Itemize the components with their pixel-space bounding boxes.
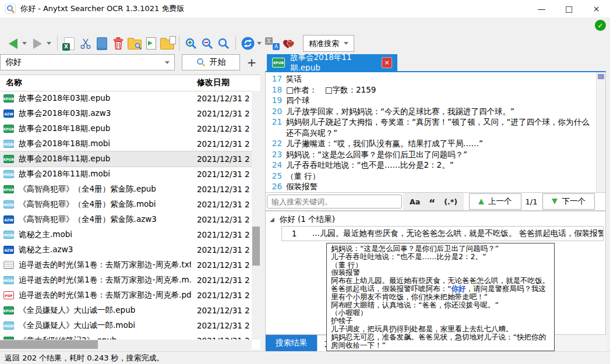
window-controls: — □ × (528, 0, 610, 17)
zoom-reset-button[interactable] (217, 35, 231, 52)
menu-item[interactable] (0, 17, 15, 33)
table-row[interactable]: MOBI 《全员嫌疑人》大山诚一郎.mobi 2021/12/31 2 (0, 318, 252, 333)
table-row[interactable]: EPUB 故事会2018年18期.epub 2021/12/31 2 (0, 121, 252, 136)
heart-icon (282, 37, 296, 50)
table-row[interactable]: EPUB 故事会2018年11期.epub 2021/12/31 2 (0, 151, 252, 167)
cut-button[interactable] (79, 35, 93, 52)
file-date: 2021/12/31 2 (197, 200, 250, 209)
delete-button[interactable] (111, 35, 125, 52)
file-type-icon: PDF (3, 291, 14, 299)
menu-item[interactable] (61, 17, 76, 33)
search-input[interactable] (1, 58, 165, 67)
file-date: 2021/12/31 2 (197, 109, 250, 118)
scrollbar-thumb[interactable] (598, 74, 604, 79)
chevron-down-icon (22, 42, 27, 45)
file-type-icon: EPUB (3, 306, 14, 314)
table-row[interactable]: EPUB 《高智商犯罪》（全4册）紫金陈.epub 2021/12/31 2 (0, 182, 252, 197)
table-row[interactable]: MOBI 故事会2018年11期.mobi 2021/12/31 2 (0, 167, 252, 182)
open-folder-button[interactable] (128, 35, 142, 52)
column-header-date[interactable]: 修改日期 (197, 77, 230, 88)
line-text: 儿子放学回家，对妈妈说：“今天的足球比赛，我踢进了四个球。” (286, 106, 596, 117)
table-row[interactable]: 追寻逝去的时光(第1卷：去斯万家那边-周克希.txt 2021/12/31 2 (0, 257, 252, 273)
minimize-button[interactable]: — (528, 0, 555, 17)
search-mode-select[interactable]: 精准搜索 (303, 35, 354, 52)
whole-word-toggle[interactable]: “ (429, 200, 435, 206)
menu-item[interactable] (15, 17, 30, 33)
tab-search-results[interactable]: 搜索结果 (266, 335, 317, 351)
refresh-button[interactable] (241, 35, 255, 52)
copy-button[interactable] (95, 35, 109, 52)
start-search-button[interactable]: 开始 (182, 54, 240, 70)
file-name: 追寻逝去的时光(第1卷：去斯万家那边-周克希.pdf (19, 290, 191, 301)
file-date: 2021/12/31 2 (197, 245, 250, 255)
table-row[interactable]: MOBI 《高智商犯罪》（全4册）紫金陈.mobi 2021/12/31 2 (0, 197, 252, 212)
forward-history-dropdown[interactable] (45, 35, 52, 52)
back-history-dropdown[interactable] (21, 35, 28, 52)
ocr-language-button[interactable]: 文 A (265, 35, 280, 52)
zoom-out-button[interactable] (200, 35, 214, 52)
scrollbar-thumb[interactable] (0, 340, 98, 349)
regex-toggle[interactable]: (.*) (444, 197, 457, 206)
menu-item[interactable] (45, 17, 61, 33)
preview-vertical-scrollbar[interactable] (596, 72, 605, 192)
table-row[interactable]: AZW 故事会2018年03期.azw3 2021/12/31 2 (0, 106, 252, 121)
table-row[interactable]: PDF 追寻逝去的时光(第1卷：去斯万家那边-周克希.pdf 2021/12/3… (0, 288, 252, 303)
tree-expander-icon[interactable]: ◢ (270, 216, 274, 222)
file-date: 2021/12/31 2 (197, 321, 250, 330)
document-tab[interactable]: EPUB 故事会2018年11期.epub × (267, 54, 397, 71)
arrow-down-icon (552, 199, 558, 204)
back-button[interactable] (6, 35, 20, 52)
result-group-label: 你好 (1 个结果) (280, 214, 335, 225)
scrollbar-thumb[interactable] (252, 227, 260, 266)
table-row[interactable]: MOBI 故事会2018年18期.mobi 2021/12/31 2 (0, 136, 252, 151)
line-number: 24 (267, 160, 286, 171)
file-date: 2021/12/31 2 (197, 185, 250, 194)
copy-file-button[interactable] (144, 35, 158, 52)
epub-file-icon: EPUB (272, 58, 285, 68)
menu-item[interactable] (30, 17, 45, 33)
status-text: 返回 202 个结果，耗时 0.243 秒，搜索完成。 (5, 353, 164, 363)
scissors-icon (80, 38, 91, 50)
search-combobox[interactable] (0, 54, 175, 70)
move-file-button[interactable] (160, 35, 174, 52)
result-group-header[interactable]: ◢ 你好 (1 个结果) (266, 212, 605, 227)
export-excel-button[interactable]: X (62, 35, 76, 52)
previous-match-button[interactable]: 上一个 (469, 193, 521, 210)
file-type-icon: EPUB (3, 155, 14, 163)
donate-button[interactable] (282, 35, 296, 52)
zoom-out-icon (201, 37, 214, 50)
file-list-horizontal-scrollbar[interactable] (0, 340, 252, 349)
document-line: 26 假装报警 (267, 181, 596, 192)
table-row[interactable]: AZW 诡秘之主.azw3 2021/12/31 2 (0, 242, 252, 257)
table-row[interactable]: MOBI 追寻逝去的时光(第1卷：去斯万家那边-周克希.m... 2021/12… (0, 273, 252, 288)
maximize-button[interactable]: □ (555, 0, 583, 17)
file-type-icon: EPUB (3, 125, 14, 133)
search-row: 开始 + (0, 54, 260, 72)
refresh-dropdown[interactable] (256, 35, 263, 52)
file-name: 追寻逝去的时光(第1卷：去斯万家那边-周克希.txt (19, 260, 191, 270)
match-case-toggle[interactable]: Aa (410, 197, 420, 206)
table-row[interactable]: EPUB 《意大利刑侦笔记2》.epub 2021/12/31 2 (0, 333, 252, 340)
file-type-icon: MOBI (3, 170, 14, 178)
chevron-down-icon[interactable] (165, 61, 170, 64)
find-keyword-input[interactable] (267, 195, 402, 208)
close-button[interactable]: × (583, 0, 610, 17)
result-row[interactable]: 1 ...儿园。最近她有些厌食，无论爸爸怎么哄，就是不吃饭。 爸爸抓起电话，假装… (282, 227, 603, 241)
tab-close-icon[interactable]: × (382, 57, 392, 68)
add-search-tab-button[interactable]: + (244, 54, 260, 70)
table-row[interactable]: EPUB 故事会2018年03期.epub 2021/12/31 2 (0, 91, 252, 106)
file-date: 2021/12/31 2 (197, 230, 250, 239)
file-name: 故事会2018年03期.epub (19, 93, 110, 104)
next-match-button[interactable]: 下一个 (542, 193, 595, 210)
zoom-in-button[interactable] (184, 35, 198, 52)
table-row[interactable]: MOBI 诡秘之主.mobi 2021/12/31 2 (0, 227, 252, 242)
result-tooltip: 妈妈说：“这是怎么回事？是你们后卫出了问题吗？”儿子吞吞吐吐地说：“也不是……比… (326, 243, 555, 351)
table-row[interactable]: EPUB 《全员嫌疑人》大山诚一郎.epub 2021/12/31 2 (0, 303, 252, 318)
chevron-down-icon (344, 42, 348, 45)
table-row[interactable]: AZW 《高智商犯罪》（全4册）紫金陈.azw3 2021/12/31 2 (0, 212, 252, 227)
document-line: 24 儿子吞吞吐吐地说：“也不是……比分是2：2。” (267, 160, 596, 171)
file-date: 2021/12/31 2 (197, 260, 250, 270)
forward-button[interactable] (30, 35, 44, 52)
column-header-name[interactable]: 名称 (6, 77, 22, 88)
file-list-vertical-scrollbar[interactable] (252, 91, 260, 340)
